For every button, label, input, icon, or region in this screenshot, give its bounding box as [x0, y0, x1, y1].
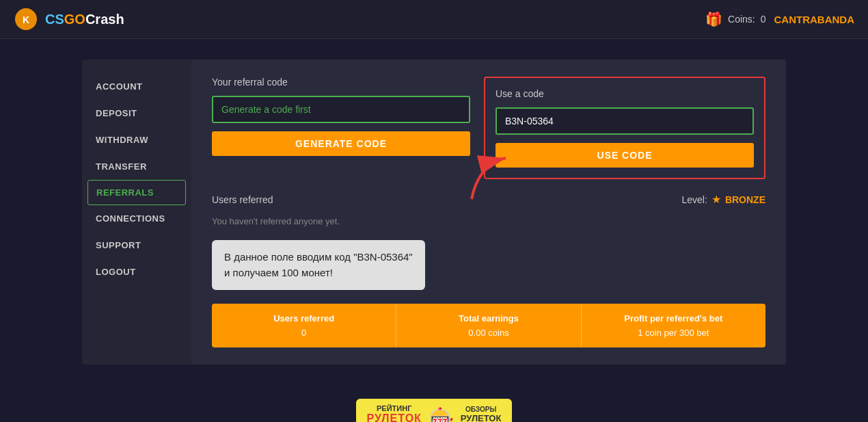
your-code-label: Your referral code [212, 77, 470, 88]
banner-ruletok2: РУЛЕТОК [461, 413, 502, 422]
stats-cell-users: Users referred 0 [212, 304, 396, 347]
content-area: Your referral code GENERATE CODE Use a c… [191, 60, 786, 365]
sidebar-item-transfer[interactable]: TRANSFER [82, 153, 191, 180]
banner-right: ОБЗОРЫ РУЛЕТОК CS:GO [461, 406, 502, 422]
logo-area: K CSGOCrash [14, 7, 124, 31]
header-right: 🎁 Coins: 0 CANTRABANDA [705, 11, 854, 27]
header: K CSGOCrash 🎁 Coins: 0 CANTRABANDA [0, 0, 868, 39]
banner-reviews-label: ОБЗОРЫ [461, 406, 502, 413]
csgo-logo-icon: K [14, 7, 38, 31]
main-container: ACCOUNT DEPOSIT WITHDRAW TRANSFER REFERR… [0, 39, 868, 385]
coins-value: 0 [761, 14, 766, 25]
sidebar-item-logout[interactable]: LOGOUT [82, 259, 191, 285]
banner-rating-label: РЕЙТИНГ [367, 404, 422, 412]
level-badge: Level: ★ BRONZE [682, 193, 765, 206]
username: CANTRABANDA [774, 14, 855, 25]
sidebar-item-connections[interactable]: CONNECTIONS [82, 205, 191, 232]
stats-profit-value: 1 coin per 300 bet [591, 328, 756, 338]
sidebar-item-referrals[interactable]: REFERRALS [87, 180, 186, 205]
coins-label: Coins: [728, 14, 755, 25]
svg-text:K: K [23, 14, 29, 25]
referral-code-input[interactable] [212, 96, 470, 123]
stats-earnings-header: Total earnings [406, 313, 571, 324]
gift-icon: 🎁 [705, 11, 722, 27]
star-icon: ★ [711, 193, 721, 206]
stats-users-header: Users referred [221, 313, 386, 324]
stats-table: Users referred 0 Total earnings 0.00 coi… [212, 304, 765, 347]
stats-users-value: 0 [221, 328, 386, 338]
users-referred-header: Users referred Level: ★ BRONZE [212, 193, 765, 206]
stats-profit-header: Profit per referred's bet [591, 313, 756, 324]
logo-text: CSGOCrash [45, 12, 124, 27]
sidebar-item-support[interactable]: SUPPORT [82, 232, 191, 259]
referral-columns: Your referral code GENERATE CODE Use a c… [212, 77, 765, 179]
generate-code-button[interactable]: GENERATE CODE [212, 131, 470, 156]
use-code-label: Use a code [496, 88, 754, 99]
use-code-button[interactable]: USE CODE [496, 143, 754, 168]
your-referral-section: Your referral code GENERATE CODE [212, 77, 470, 179]
users-referred-title: Users referred [212, 194, 273, 205]
banner-box[interactable]: РЕЙТИНГ РУЛЕТОК CS:GO 🎰 ОБЗОРЫ РУЛЕТОК C… [356, 399, 513, 422]
stats-earnings-value: 0.00 coins [406, 328, 571, 338]
annotation-box: В данное поле вводим код "B3N-05364"и по… [212, 240, 425, 290]
use-code-section: Use a code USE CODE [484, 77, 765, 179]
stats-cell-earnings: Total earnings 0.00 coins [396, 304, 581, 347]
banner-ruletok: РУЛЕТОК [367, 412, 422, 422]
sidebar-item-account[interactable]: ACCOUNT [82, 73, 191, 100]
use-code-input[interactable] [496, 107, 754, 135]
sidebar-item-deposit[interactable]: DEPOSIT [82, 100, 191, 127]
stats-cell-profit: Profit per referred's bet 1 coin per 300… [582, 304, 765, 347]
level-value: BRONZE [725, 194, 765, 205]
level-label: Level: [682, 194, 707, 205]
annotation-area: You haven't referred anyone yet. В данно… [212, 216, 765, 297]
no-referrals-text: You haven't referred anyone yet. [212, 216, 765, 226]
banner-left: РЕЙТИНГ РУЛЕТОК CS:GO [367, 404, 422, 422]
bottom-banner: РЕЙТИНГ РУЛЕТОК CS:GO 🎰 ОБЗОРЫ РУЛЕТОК C… [0, 399, 868, 422]
sidebar: ACCOUNT DEPOSIT WITHDRAW TRANSFER REFERR… [82, 60, 191, 365]
sidebar-item-withdraw[interactable]: WITHDRAW [82, 127, 191, 153]
coins-area: 🎁 Coins: 0 [705, 11, 765, 27]
banner-casino-icon: 🎰 [429, 406, 454, 422]
annotation-text: В данное поле вводим код "B3N-05364"и по… [224, 250, 413, 280]
